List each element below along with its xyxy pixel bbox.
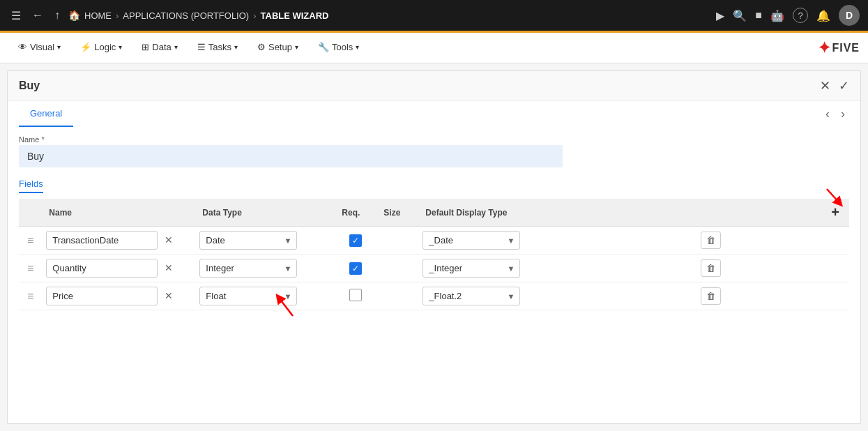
name-label: Name * <box>19 135 563 144</box>
field-name-input-1[interactable] <box>46 231 158 250</box>
tasks-label: Tasks <box>208 42 231 52</box>
top-bar-right: ▶ 🔍 ■ 🤖 ? 🔔 D <box>716 5 860 26</box>
field-name-input-3[interactable] <box>46 287 158 305</box>
main-content: Buy ✕ ✓ General ‹ › Name * <box>0 63 868 431</box>
display-select-wrap-2: _Date _Integer _Float.2 ▼ <box>422 259 520 278</box>
top-bar: ☰ ← ↑ 🏠 HOME › APPLICATIONS (PORTFOLIO) … <box>0 0 868 31</box>
name-cell-2: ✕ <box>42 255 195 282</box>
delete-button-2[interactable]: 🗑 <box>701 259 721 277</box>
display-cell-1: _Date _Integer _Float.2 ▼ <box>418 227 572 255</box>
close-button[interactable]: ✕ <box>820 78 830 93</box>
dtype-select-3[interactable]: Date Integer Float String Boolean <box>199 287 297 305</box>
drag-cell-3: ≡ <box>19 282 42 310</box>
req-cell-3 <box>335 282 376 310</box>
top-bar-left: ☰ ← ↑ 🏠 HOME › APPLICATIONS (PORTFOLIO) … <box>8 6 328 25</box>
display-cell-2: _Date _Integer _Float.2 ▼ <box>418 255 572 282</box>
req-checkbox-3[interactable] <box>349 289 362 301</box>
visual-caret: ▾ <box>57 43 61 51</box>
delete-button-3[interactable]: 🗑 <box>701 287 721 305</box>
size-cell-1 <box>376 227 418 255</box>
th-size: Size <box>376 199 418 227</box>
req-checkbox-1[interactable]: ✓ <box>349 234 362 247</box>
tab-prev-button[interactable]: ‹ <box>821 105 834 123</box>
tools-label: Tools <box>332 42 353 52</box>
stop-icon[interactable]: ■ <box>755 9 762 22</box>
setup-caret: ▾ <box>295 43 298 51</box>
tab-general[interactable]: General <box>19 101 73 127</box>
drag-cell-1: ≡ <box>19 227 42 255</box>
dtype-select-2[interactable]: Date Integer Float String Boolean <box>199 259 297 278</box>
breadcrumb-apps[interactable]: APPLICATIONS (PORTFOLIO) <box>123 10 249 21</box>
tabs: General <box>19 101 73 127</box>
th-add: + <box>572 199 849 227</box>
th-display: Default Display Type <box>418 199 572 227</box>
nav-item-visual[interactable]: 👁 Visual ▾ <box>8 33 70 63</box>
confirm-button[interactable]: ✓ <box>839 78 849 93</box>
req-checkbox-2[interactable]: ✓ <box>349 262 362 275</box>
table-header-row: Name Data Type Req. Size Default Display… <box>19 199 849 227</box>
tools-caret: ▾ <box>356 43 359 51</box>
home-icon: 🏠 <box>68 10 80 21</box>
field-name-input-2[interactable] <box>46 259 158 278</box>
panel-title: Buy <box>19 80 40 92</box>
drag-handle-3[interactable]: ≡ <box>23 290 38 302</box>
back-icon[interactable]: ← <box>29 6 46 24</box>
breadcrumb-current: TABLE WIZARD <box>261 10 329 21</box>
size-cell-3 <box>376 282 418 310</box>
search-icon[interactable]: 🔍 <box>733 9 747 22</box>
tools-icon: 🔧 <box>318 42 329 52</box>
action-cell-2: 🗑 <box>572 255 849 282</box>
table-row: ≡ ✕ Date In <box>19 255 849 282</box>
breadcrumb-sep2: › <box>253 10 256 21</box>
drag-cell-2: ≡ <box>19 255 42 282</box>
fields-table: Name Data Type Req. Size Default Display… <box>19 199 849 310</box>
setup-label: Setup <box>268 42 292 52</box>
up-icon[interactable]: ↑ <box>52 6 63 24</box>
clear-name-button-3[interactable]: ✕ <box>162 290 176 301</box>
avatar[interactable]: D <box>839 5 860 26</box>
drag-handle-1[interactable]: ≡ <box>23 234 38 246</box>
panel-body: General ‹ › Name * Fields <box>8 101 860 322</box>
logic-caret: ▾ <box>119 43 122 51</box>
drag-handle-2[interactable]: ≡ <box>23 262 38 274</box>
clear-name-button-1[interactable]: ✕ <box>162 234 176 245</box>
logic-label: Logic <box>94 42 116 52</box>
display-select-2[interactable]: _Date _Integer _Float.2 <box>422 259 520 278</box>
nav-item-logic[interactable]: ⚡ Logic ▾ <box>70 33 132 63</box>
delete-button-1[interactable]: 🗑 <box>701 232 721 249</box>
home-label[interactable]: HOME <box>84 10 112 21</box>
visual-label: Visual <box>30 42 54 52</box>
fields-section: Fields Name Data Type Req. Size Default … <box>19 179 849 310</box>
dtype-cell-1: Date Integer Float String Boolean ▼ <box>195 227 335 255</box>
menu-icon[interactable]: ☰ <box>8 6 24 25</box>
bell-icon[interactable]: 🔔 <box>816 9 830 22</box>
five-logo: ✦ FIVE <box>818 39 860 57</box>
panel-actions: ✕ ✓ <box>820 78 849 93</box>
name-field-wrap: Name * <box>19 135 563 167</box>
display-select-3[interactable]: _Date _Integer _Float.2 <box>422 287 520 305</box>
dtype-select-1[interactable]: Date Integer Float String Boolean <box>199 231 297 250</box>
nav-item-data[interactable]: ⊞ Data ▾ <box>132 33 187 63</box>
req-cell-1: ✓ <box>335 227 376 255</box>
action-cell-1: 🗑 <box>572 227 849 255</box>
dtype-select-wrap-3: Date Integer Float String Boolean ▼ <box>199 287 297 305</box>
help-icon[interactable]: ? <box>793 8 808 23</box>
nav-item-setup[interactable]: ⚙ Setup ▾ <box>248 33 308 63</box>
clear-name-button-2[interactable]: ✕ <box>162 262 176 273</box>
add-field-button[interactable]: + <box>828 204 842 220</box>
play-icon[interactable]: ▶ <box>716 9 724 22</box>
tasks-icon: ☰ <box>197 42 206 52</box>
svg-line-1 <box>827 189 839 203</box>
display-select-1[interactable]: _Date _Integer _Float.2 <box>422 231 520 250</box>
name-input[interactable] <box>19 145 563 167</box>
dtype-select-wrap-1: Date Integer Float String Boolean ▼ <box>199 231 297 250</box>
nav-item-tools[interactable]: 🔧 Tools ▾ <box>308 33 369 63</box>
breadcrumb-sep1: › <box>116 10 119 21</box>
nav-item-tasks[interactable]: ☰ Tasks ▾ <box>188 33 248 63</box>
bot-icon[interactable]: 🤖 <box>770 9 784 22</box>
dtype-cell-3: Date Integer Float String Boolean ▼ <box>195 282 335 310</box>
display-select-wrap-1: _Date _Integer _Float.2 ▼ <box>422 231 520 250</box>
display-select-wrap-3: _Date _Integer _Float.2 ▼ <box>422 287 520 305</box>
tab-next-button[interactable]: › <box>837 105 849 123</box>
table-row: ≡ ✕ Date In <box>19 227 849 255</box>
